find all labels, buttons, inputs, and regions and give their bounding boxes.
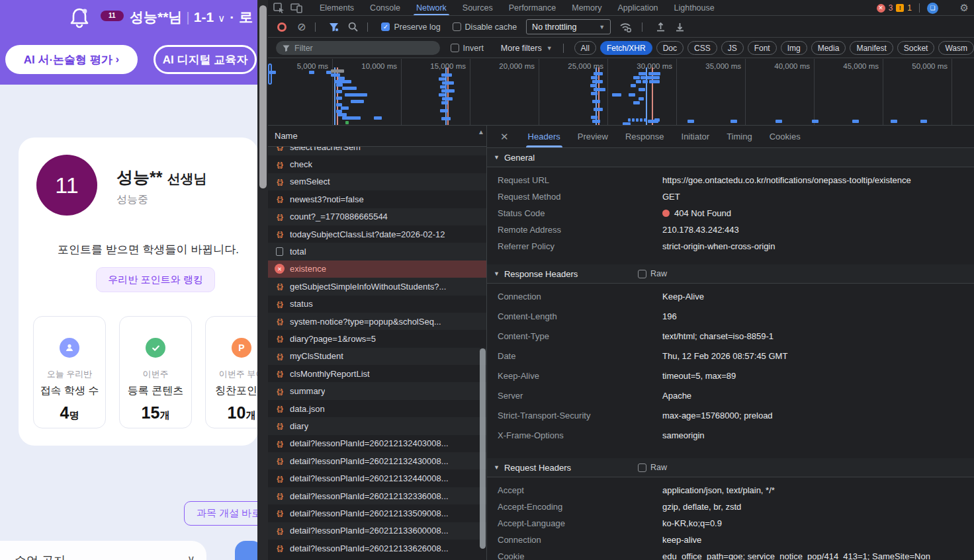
chevron-icon[interactable]: ∨ (187, 553, 195, 560)
table-row[interactable]: detail?lessonPlanId=260212133626008... (268, 540, 486, 557)
request-raw-checkbox[interactable] (638, 463, 646, 472)
request-type-filter-pill[interactable]: Doc (656, 41, 684, 55)
table-row[interactable]: detail?lessonPlanId=260212132336008... (268, 487, 486, 504)
table-row[interactable]: semSelect (268, 173, 486, 190)
class-selector[interactable]: 1-1 (194, 9, 214, 24)
load-event-marker (598, 67, 599, 125)
devtools-tab[interactable]: Sources (455, 0, 501, 15)
request-type-filter-pill[interactable]: Img (781, 41, 807, 55)
table-row[interactable]: detail?lessonPlanId=260212132430008... (268, 452, 486, 469)
table-row[interactable]: diary?page=1&rows=5 (268, 330, 486, 347)
request-name: diary (290, 421, 308, 431)
ai-digital-edu-button[interactable]: AI 디지털 교육자 (154, 45, 257, 74)
filter-funnel-icon[interactable] (329, 22, 339, 32)
settings-gear-icon[interactable]: ⚙ (960, 2, 969, 14)
details-tab[interactable]: Headers (519, 126, 569, 147)
table-row[interactable]: detail?lessonPlanId=260212133600008... (268, 522, 486, 540)
table-row[interactable]: data.json (268, 400, 486, 417)
waterfall-bar (594, 108, 603, 111)
devtools-tab[interactable]: Performance (501, 0, 564, 15)
divider (563, 44, 564, 53)
devtools-tab[interactable]: Application (609, 0, 666, 15)
export-har-icon[interactable] (675, 22, 685, 32)
details-tab[interactable]: Cookies (761, 126, 809, 147)
name-column-header[interactable]: Name ▲ (268, 126, 486, 147)
stat-unit: 개 (245, 409, 255, 420)
request-type-filter-pill[interactable]: Media (811, 41, 846, 55)
chevron-down-icon[interactable]: ∨ (218, 13, 225, 24)
import-har-icon[interactable] (656, 22, 666, 32)
table-row[interactable]: clsMonthlyReportList (268, 365, 486, 382)
scrollbar-thumb[interactable] (259, 5, 267, 188)
devtools-tab[interactable]: Lighthouse (666, 0, 723, 15)
header-key: Connection (498, 535, 662, 545)
request-type-filter-pill[interactable]: Wasm (938, 41, 974, 55)
clear-network-log-icon[interactable]: ⊘ (297, 22, 306, 32)
request-type-filter-pill[interactable]: Font (748, 41, 777, 55)
request-type-filter-pill[interactable]: Socket (897, 41, 935, 55)
table-row[interactable]: detail?lessonPlanId=260212132403008... (268, 435, 486, 452)
throttling-dropdown[interactable]: No throttling ▼ (526, 19, 611, 34)
notification-bell-icon[interactable] (68, 7, 91, 29)
scroll-up-arrow-icon[interactable]: ▲ (478, 128, 484, 136)
table-row[interactable]: detail?lessonPlanId=260212132440008... (268, 469, 486, 487)
table-row[interactable]: existence (268, 260, 486, 278)
table-row[interactable]: newest3?noti=false (268, 190, 486, 208)
details-tab[interactable]: Preview (569, 126, 617, 147)
page-scrollbar[interactable] (257, 0, 268, 560)
response-headers-section-header[interactable]: ▼ Response Headers Raw (487, 264, 974, 284)
toggle-device-toolbar-icon[interactable] (290, 3, 302, 13)
network-conditions-icon[interactable] (620, 22, 633, 32)
more-filters-button[interactable]: More filters (501, 44, 542, 53)
request-type-filter-pill[interactable]: Fetch/XHR (600, 41, 652, 55)
invert-checkbox[interactable] (451, 44, 459, 52)
request-name: data.json (290, 404, 325, 414)
table-row[interactable]: detail?lessonPlanId=260212133509008... (268, 504, 486, 522)
request-type-filter-pill[interactable]: JS (721, 41, 744, 55)
devtools-tab[interactable]: Console (362, 0, 408, 15)
table-row[interactable]: count?_=1770886665544 (268, 208, 486, 225)
table-row[interactable]: myClsStudent (268, 348, 486, 365)
profile-name: 성능** 선생님 (116, 167, 206, 188)
table-row[interactable]: system-notice?type=popup&scholSeq... (268, 313, 486, 330)
ai-essay-eval-button[interactable]: AI 서·논술형 평가 › (5, 45, 138, 74)
request-headers-section-header[interactable]: ▼ Request Headers Raw (487, 458, 974, 477)
logout-link-partial[interactable]: 로 (239, 9, 253, 24)
search-icon[interactable] (348, 22, 358, 32)
devtools-tab[interactable]: Network (408, 0, 455, 15)
request-list-scrollbar[interactable] (480, 348, 486, 549)
devtools-tab[interactable]: Elements (312, 0, 362, 15)
request-type-filter-pill[interactable]: All (574, 41, 596, 55)
filter-input[interactable]: Filter (276, 41, 440, 55)
general-section-header[interactable]: ▼ General (487, 148, 974, 167)
user-menu[interactable]: 성능**님|1-1∨·로 (130, 8, 253, 26)
table-row[interactable]: diary (268, 417, 486, 434)
class-points-ranking-button[interactable]: 우리반 포인트와 랭킹 (96, 267, 215, 292)
table-row[interactable]: summary (268, 382, 486, 399)
table-row[interactable]: status (268, 296, 486, 313)
details-tab[interactable]: Initiator (673, 126, 719, 147)
notice-bottom-sheet[interactable]: 수업 공지 ∨ (0, 541, 206, 560)
open-course-button[interactable]: 과목 개설 바로 (184, 501, 268, 526)
preserve-log-checkbox[interactable]: ✓ (381, 22, 390, 31)
devtools-tab[interactable]: Memory (564, 0, 609, 15)
request-type-filter-pill[interactable]: Manifest (850, 41, 893, 55)
table-row[interactable]: todaySubjectClassList?date=2026-02-12 (268, 225, 486, 243)
table-row[interactable]: check (268, 155, 486, 173)
response-raw-checkbox[interactable] (638, 270, 646, 278)
console-badges[interactable]: ✕ 3 ! 1 ❏ (877, 0, 938, 16)
disable-cache-checkbox[interactable] (453, 22, 461, 31)
record-button[interactable] (277, 22, 287, 32)
table-row[interactable]: getSubjectSimpleInfoWithoutStudents?... (268, 278, 486, 295)
overview-handle[interactable] (268, 63, 272, 85)
network-overview-waterfall[interactable]: 5,000 ms10,000 ms15,000 ms20,000 ms25,00… (268, 59, 974, 126)
table-row[interactable]: total (268, 243, 486, 260)
inspect-element-icon[interactable] (273, 3, 285, 13)
details-tab[interactable]: Timing (718, 126, 761, 147)
extension-icon[interactable]: ❏ (927, 3, 938, 14)
details-tab[interactable]: Response (617, 126, 673, 147)
request-type-icon (275, 386, 285, 396)
close-icon[interactable]: ✕ (500, 131, 509, 143)
request-type-filter-pill[interactable]: CSS (687, 41, 717, 55)
disable-cache-label: Disable cache (465, 22, 517, 32)
